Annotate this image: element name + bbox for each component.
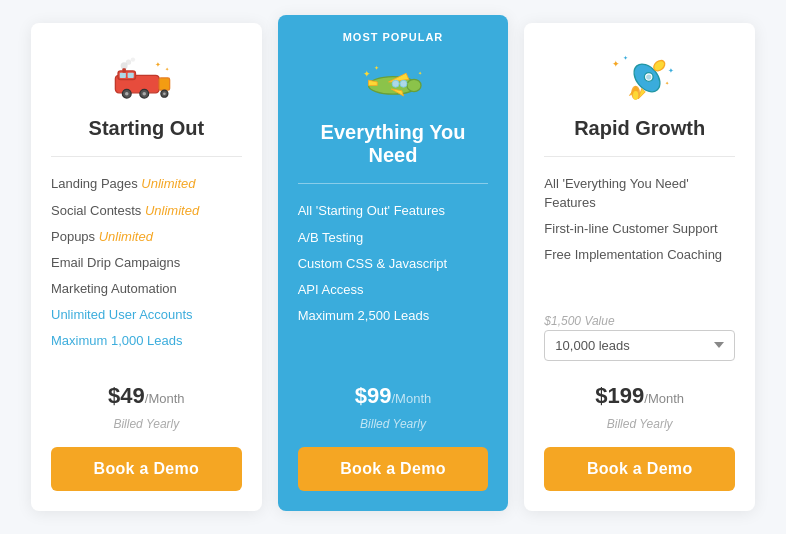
feature-item: Marketing Automation bbox=[51, 276, 242, 302]
price-amount: $199/Month bbox=[595, 383, 684, 408]
feature-item: A/B Testing bbox=[298, 225, 489, 251]
svg-point-12 bbox=[126, 59, 131, 64]
billed-yearly: Billed Yearly bbox=[607, 417, 673, 431]
price-amount: $49/Month bbox=[108, 383, 184, 408]
plan-icon-rocket: ✦ ✦ ✦ ✦ bbox=[600, 47, 680, 107]
price-amount: $99/Month bbox=[355, 383, 431, 408]
plan-icon-train: ✦ ✦ bbox=[106, 47, 186, 107]
feature-item: Maximum 1,000 Leads bbox=[51, 328, 242, 354]
svg-point-10 bbox=[163, 92, 166, 95]
plan-card-everything: Most Popular ✦ ✦ ✦ Eve bbox=[278, 15, 509, 510]
svg-point-34 bbox=[633, 91, 638, 100]
feature-item: All 'Everything You Need' Features bbox=[544, 171, 735, 215]
svg-text:✦: ✦ bbox=[418, 70, 422, 76]
leads-dropdown[interactable]: 10,000 leads 25,000 leads 50,000 leads bbox=[544, 330, 735, 361]
feature-item: API Access bbox=[298, 277, 489, 303]
svg-point-30 bbox=[646, 74, 651, 79]
feature-item: Custom CSS & Javascript bbox=[298, 251, 489, 277]
plan-icon-plane: ✦ ✦ ✦ bbox=[353, 51, 433, 111]
svg-point-18 bbox=[407, 79, 421, 91]
divider bbox=[544, 156, 735, 157]
features-list-starting-out: Landing Pages Unlimited Social Contests … bbox=[51, 171, 242, 354]
feature-item: Email Drip Campaigns bbox=[51, 250, 242, 276]
feature-item: Maximum 2,500 Leads bbox=[298, 303, 489, 329]
book-demo-button-rapid-growth[interactable]: Book a Demo bbox=[544, 447, 735, 491]
feature-item: Popups Unlimited bbox=[51, 224, 242, 250]
svg-rect-8 bbox=[159, 78, 170, 90]
divider bbox=[298, 183, 489, 184]
feature-item: All 'Starting Out' Features bbox=[298, 198, 489, 224]
plan-name-starting-out: Starting Out bbox=[89, 117, 205, 140]
svg-rect-2 bbox=[120, 73, 126, 78]
plan-card-starting-out: ✦ ✦ Starting Out Landing Pages Unlimited… bbox=[31, 23, 262, 510]
svg-rect-3 bbox=[128, 73, 134, 78]
billed-yearly: Billed Yearly bbox=[360, 417, 426, 431]
svg-point-13 bbox=[131, 57, 135, 61]
price-section: $199/Month bbox=[595, 383, 684, 409]
features-list-everything: All 'Starting Out' Features A/B Testing … bbox=[298, 198, 489, 354]
svg-text:✦: ✦ bbox=[622, 54, 627, 61]
svg-text:✦: ✦ bbox=[664, 80, 668, 86]
svg-rect-14 bbox=[123, 68, 127, 72]
plan-card-rapid-growth: ✦ ✦ ✦ ✦ Rapid Growth All 'Everything You… bbox=[524, 23, 755, 510]
billed-yearly: Billed Yearly bbox=[113, 417, 179, 431]
svg-point-22 bbox=[400, 80, 407, 87]
book-demo-button-starting-out[interactable]: Book a Demo bbox=[51, 447, 242, 491]
svg-point-5 bbox=[125, 92, 129, 96]
feature-item: Free Implementation Coaching bbox=[544, 242, 735, 268]
most-popular-badge: Most Popular bbox=[343, 31, 444, 43]
svg-text:✦: ✦ bbox=[668, 67, 674, 74]
book-demo-button-everything[interactable]: Book a Demo bbox=[298, 447, 489, 491]
price-section: $49/Month bbox=[108, 383, 184, 409]
divider bbox=[51, 156, 242, 157]
value-text: $1,500 Value bbox=[544, 314, 735, 328]
feature-highlight: Unlimited bbox=[99, 229, 153, 244]
svg-text:✦: ✦ bbox=[374, 64, 379, 71]
feature-item: Social Contests Unlimited bbox=[51, 198, 242, 224]
svg-text:✦: ✦ bbox=[363, 69, 371, 79]
svg-text:✦: ✦ bbox=[166, 66, 170, 72]
features-list-rapid-growth: All 'Everything You Need' Features First… bbox=[544, 171, 735, 297]
svg-text:✦: ✦ bbox=[155, 60, 161, 67]
feature-highlight: Unlimited bbox=[141, 176, 195, 191]
plan-name-rapid-growth: Rapid Growth bbox=[574, 117, 705, 140]
plan-name-everything: Everything You Need bbox=[298, 121, 489, 167]
price-section: $99/Month bbox=[355, 383, 431, 409]
pricing-container: ✦ ✦ Starting Out Landing Pages Unlimited… bbox=[23, 23, 763, 510]
svg-point-23 bbox=[392, 80, 399, 87]
svg-point-7 bbox=[143, 92, 147, 96]
feature-item: Unlimited User Accounts bbox=[51, 302, 242, 328]
feature-highlight: Unlimited bbox=[145, 203, 199, 218]
feature-item: Landing Pages Unlimited bbox=[51, 171, 242, 197]
svg-text:✦: ✦ bbox=[612, 59, 620, 69]
feature-item: First-in-line Customer Support bbox=[544, 216, 735, 242]
